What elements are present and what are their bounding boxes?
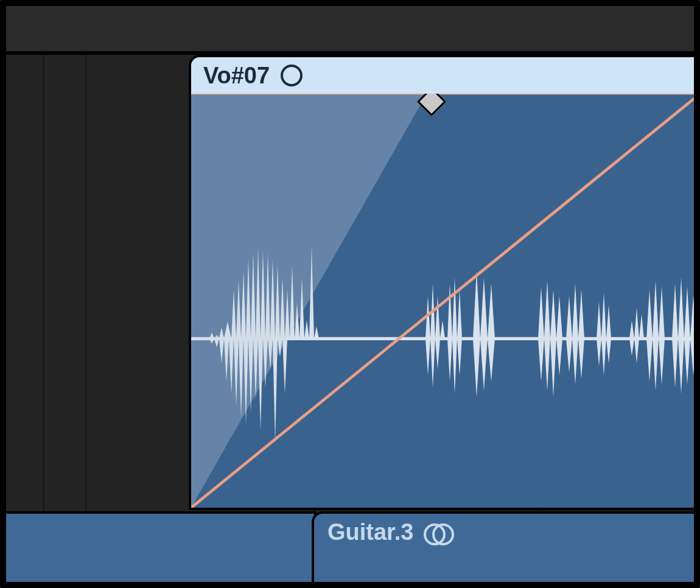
timeline-canvas[interactable]: Vo#07 bbox=[0, 0, 700, 588]
audio-region-guitar[interactable]: Guitar.3 bbox=[312, 511, 700, 587]
region-header[interactable]: Guitar.3 bbox=[314, 514, 700, 550]
track-lane-empty bbox=[0, 0, 700, 55]
stereo-channel-icon bbox=[424, 523, 450, 541]
audio-region-vocal[interactable]: Vo#07 bbox=[189, 55, 700, 510]
region-header[interactable]: Vo#07 bbox=[191, 57, 700, 94]
bar-gridline bbox=[43, 0, 44, 588]
region-name-label: Vo#07 bbox=[203, 63, 270, 89]
region-name-label: Guitar.3 bbox=[327, 519, 414, 545]
region-body[interactable] bbox=[191, 94, 700, 508]
audio-region-adjacent[interactable] bbox=[0, 511, 317, 587]
mono-channel-icon bbox=[281, 65, 303, 86]
beat-gridline bbox=[85, 0, 87, 588]
